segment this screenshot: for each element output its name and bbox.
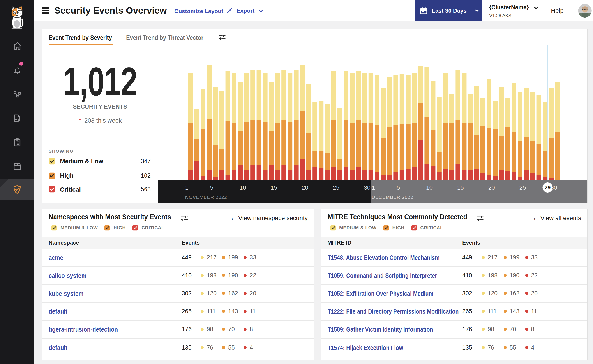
svg-text:DECEMBER 2022: DECEMBER 2022: [372, 194, 413, 200]
svg-text:10: 10: [426, 184, 433, 191]
svg-text:5: 5: [210, 184, 213, 191]
svg-text:20: 20: [488, 184, 495, 191]
svg-text:25: 25: [520, 184, 526, 191]
svg-text:15: 15: [457, 184, 464, 191]
svg-text:1: 1: [185, 184, 188, 191]
svg-text:5: 5: [397, 184, 400, 191]
svg-text:1: 1: [372, 184, 375, 191]
svg-text:15: 15: [271, 184, 277, 191]
svg-text:30: 30: [364, 184, 371, 191]
svg-text:NOVEMBER 2022: NOVEMBER 2022: [185, 194, 227, 200]
svg-text:20: 20: [302, 184, 308, 191]
svg-text:29: 29: [544, 184, 551, 190]
svg-text:10: 10: [240, 184, 246, 191]
svg-text:25: 25: [333, 184, 340, 191]
